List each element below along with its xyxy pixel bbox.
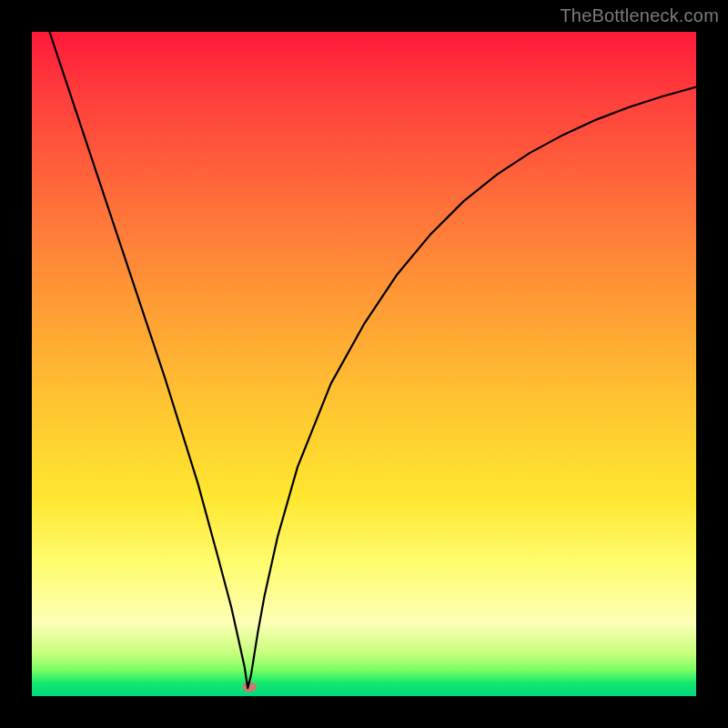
chart-frame: TheBottleneck.com <box>0 0 728 728</box>
plot-area <box>32 32 696 696</box>
bottleneck-curve <box>32 32 696 696</box>
watermark-text: TheBottleneck.com <box>560 5 719 26</box>
